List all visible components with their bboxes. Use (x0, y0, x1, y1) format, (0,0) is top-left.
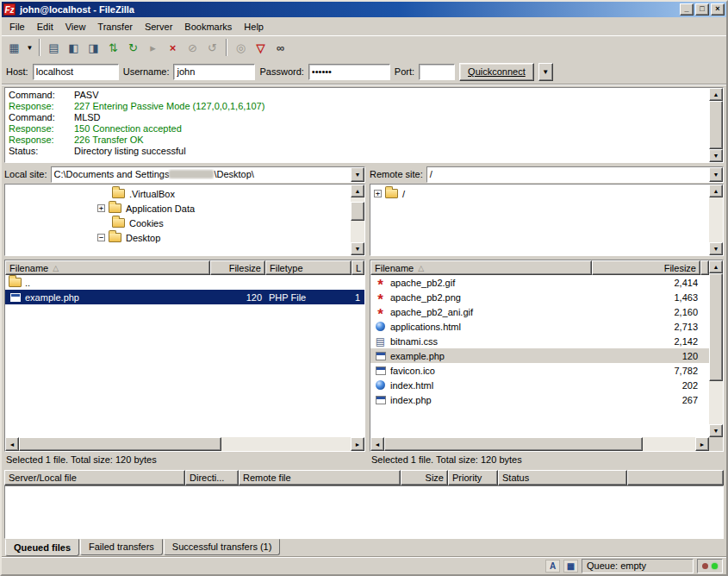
tree-item[interactable]: Cookies (5, 216, 351, 230)
collapse-icon[interactable]: − (97, 234, 105, 241)
column-header-priority[interactable]: Priority (448, 470, 498, 485)
local-site-combo[interactable]: C:\Documents and Settings\Desktop\ ▼ (51, 166, 365, 183)
tree-item[interactable]: +/ (370, 186, 709, 201)
menu-transfer[interactable]: Transfer (91, 19, 139, 34)
cancel-icon[interactable]: × (163, 38, 183, 57)
combo-dropdown-icon[interactable]: ▼ (709, 167, 723, 182)
file-row[interactable]: .. (5, 275, 364, 290)
directory-comparison-icon[interactable]: ◎ (231, 38, 251, 57)
column-header-truncated[interactable]: L (352, 260, 364, 275)
menu-server[interactable]: Server (139, 19, 178, 34)
column-header-server-local-file[interactable]: Server/Local file (4, 470, 185, 485)
remote-path: / (427, 169, 709, 179)
local-status-text: Selected 1 file. Total size: 120 bytes (4, 452, 365, 467)
column-header-filename[interactable]: Filename△ (370, 260, 592, 275)
scroll-down-icon[interactable]: ▼ (351, 242, 364, 255)
column-header-filesize[interactable]: Filesize (592, 260, 700, 275)
status-bar: A ▦ Queue: empty (2, 556, 726, 574)
combo-dropdown-icon[interactable]: ▼ (351, 167, 364, 182)
find-files-icon[interactable]: ∞ (271, 38, 290, 57)
local-pane: Local site: C:\Documents and Settings\De… (4, 165, 365, 467)
scroll-down-icon[interactable]: ▼ (709, 149, 723, 162)
scroll-up-icon[interactable]: ▲ (351, 185, 364, 197)
log-line: Status:Directory listing successful (9, 146, 706, 157)
scrollbar-thumb[interactable] (384, 437, 643, 451)
menu-file[interactable]: File (3, 19, 31, 34)
local-list-hscrollbar[interactable]: ◄ ► (5, 437, 364, 451)
scrollbar-thumb[interactable] (19, 437, 221, 451)
quickconnect-dropdown-icon[interactable]: ▼ (538, 63, 553, 81)
remote-list-hscrollbar[interactable]: ◄ ► (370, 437, 709, 451)
scrollbar-thumb[interactable] (709, 273, 723, 381)
column-header-filesize[interactable]: Filesize (210, 260, 265, 275)
site-manager-icon[interactable]: ▦ (4, 38, 24, 57)
tab-failed-transfers[interactable]: Failed transfers (80, 539, 163, 555)
log-line: Response:226 Transfer OK (9, 135, 706, 146)
column-header-direction[interactable]: Directi... (185, 470, 239, 485)
php-file-icon (374, 394, 387, 405)
local-tree-scrollbar[interactable]: ▲ ▼ (351, 185, 364, 255)
toggle-local-tree-icon[interactable]: ◧ (64, 38, 84, 57)
tree-item[interactable]: .VirtualBox (5, 186, 351, 201)
file-row-selected[interactable]: example.php120 (370, 348, 709, 363)
minimize-button[interactable]: _ (680, 3, 694, 16)
port-input[interactable] (419, 64, 455, 80)
file-row-selected[interactable]: example.php 120 PHP File 1 (5, 290, 364, 304)
reconnect-icon[interactable]: ↺ (202, 38, 222, 57)
tab-queued-files[interactable]: Queued files (5, 539, 79, 556)
file-row[interactable]: index.php267 (370, 392, 709, 407)
maximize-button[interactable]: □ (695, 3, 709, 16)
toggle-queue-icon[interactable]: ⇅ (103, 38, 123, 57)
scroll-down-icon[interactable]: ▼ (709, 242, 723, 255)
filter-icon[interactable]: ▽ (251, 38, 271, 57)
queue-list[interactable] (4, 485, 724, 539)
scroll-up-icon[interactable]: ▲ (709, 185, 723, 197)
scroll-left-icon[interactable]: ◄ (5, 437, 19, 451)
toggle-message-log-icon[interactable]: ▤ (44, 38, 64, 57)
scroll-left-icon[interactable]: ◄ (370, 437, 384, 451)
column-header-size[interactable]: Size (401, 470, 448, 485)
scroll-down-icon[interactable]: ▼ (709, 424, 723, 437)
remote-site-combo[interactable]: / ▼ (426, 166, 724, 183)
menu-bookmarks[interactable]: Bookmarks (178, 19, 238, 34)
scrollbar-thumb[interactable] (351, 202, 364, 221)
menu-help[interactable]: Help (238, 19, 270, 34)
scroll-up-icon[interactable]: ▲ (709, 88, 723, 101)
close-button[interactable]: × (711, 3, 725, 16)
expand-icon[interactable]: + (374, 190, 382, 197)
refresh-icon[interactable]: ↻ (123, 38, 143, 57)
menu-edit[interactable]: Edit (31, 19, 59, 34)
tree-item[interactable]: +Application Data (5, 201, 351, 216)
host-input[interactable] (33, 64, 119, 80)
tree-item[interactable]: −Desktop (5, 230, 351, 245)
tab-successful-transfers[interactable]: Successful transfers (1) (164, 539, 281, 555)
file-row[interactable]: favicon.ico7,782 (370, 363, 709, 378)
file-row[interactable]: applications.html2,713 (370, 319, 709, 334)
password-input[interactable] (308, 64, 390, 80)
column-header-filetype[interactable]: Filetype (265, 260, 352, 275)
expand-icon[interactable]: + (97, 204, 105, 212)
file-row[interactable]: *apache_pb2.gif2,414 (370, 275, 709, 290)
disconnect-icon[interactable]: ⊘ (183, 38, 202, 57)
scroll-up-icon[interactable]: ▲ (709, 260, 723, 273)
quickconnect-button[interactable]: Quickconnect (459, 63, 534, 81)
file-row[interactable]: index.html202 (370, 378, 709, 392)
file-row[interactable]: ▤bitnami.css2,142 (370, 334, 709, 348)
column-header-status[interactable]: Status (498, 470, 627, 485)
log-scrollbar[interactable]: ▲ ▼ (709, 88, 723, 162)
column-header-remote-file[interactable]: Remote file (239, 470, 401, 485)
username-input[interactable] (173, 64, 255, 80)
file-row[interactable]: *apache_pb2_ani.gif2,160 (370, 304, 709, 319)
remote-tree-scrollbar[interactable]: ▲ ▼ (709, 185, 723, 255)
scrollbar-thumb[interactable] (709, 101, 723, 149)
toggle-remote-tree-icon[interactable]: ◨ (84, 38, 103, 57)
menu-view[interactable]: View (59, 19, 92, 34)
remote-list-header: Filename△ Filesize (370, 260, 709, 275)
scroll-right-icon[interactable]: ► (695, 437, 709, 451)
process-queue-icon[interactable]: ▸ (143, 38, 163, 57)
scroll-right-icon[interactable]: ► (351, 437, 364, 451)
site-manager-dropdown-icon[interactable]: ▼ (24, 38, 35, 57)
column-header-filename[interactable]: Filename△ (5, 260, 210, 275)
remote-list-scrollbar[interactable]: ▲ ▼ (709, 260, 723, 451)
file-row[interactable]: *apache_pb2.png1,463 (370, 290, 709, 304)
